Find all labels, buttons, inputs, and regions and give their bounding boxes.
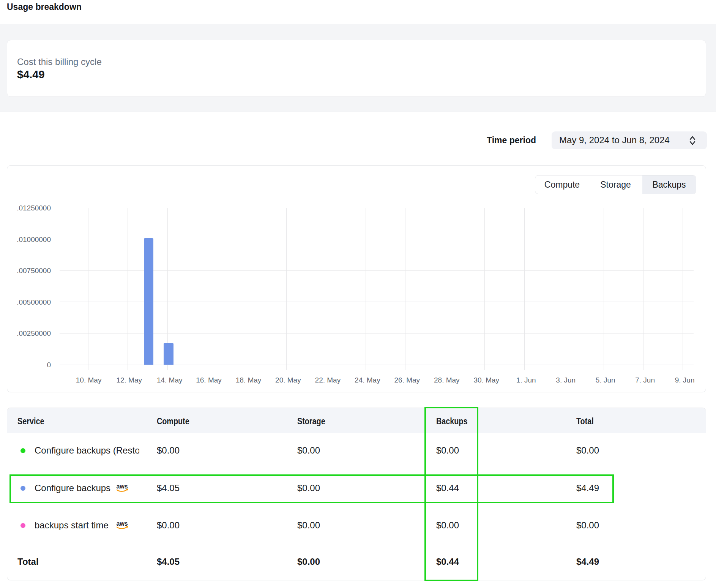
svg-text:7. Jun: 7. Jun	[635, 376, 655, 384]
svg-text:9. Jun: 9. Jun	[675, 376, 695, 384]
svg-text:.00500000: .00500000	[17, 298, 51, 306]
svg-text:24. May: 24. May	[355, 376, 380, 384]
svg-text:20. May: 20. May	[275, 376, 301, 384]
svg-text:0: 0	[47, 361, 51, 369]
svg-text:.00750000: .00750000	[17, 267, 51, 275]
svg-text:30. May: 30. May	[474, 376, 500, 384]
svg-text:.01250000: .01250000	[17, 204, 51, 212]
svg-text:.00250000: .00250000	[17, 329, 51, 337]
svg-text:16. May: 16. May	[196, 376, 222, 384]
svg-text:26. May: 26. May	[394, 376, 420, 384]
svg-text:12. May: 12. May	[116, 376, 142, 384]
svg-text:aws: aws	[117, 520, 128, 527]
svg-text:3. Jun: 3. Jun	[556, 376, 576, 384]
svg-text:.01000000: .01000000	[17, 236, 51, 243]
svg-text:10. May: 10. May	[76, 376, 102, 384]
svg-text:18. May: 18. May	[236, 376, 262, 384]
svg-text:22. May: 22. May	[315, 376, 341, 384]
svg-text:1. Jun: 1. Jun	[516, 376, 536, 384]
svg-text:5. Jun: 5. Jun	[596, 376, 615, 384]
svg-text:28. May: 28. May	[434, 376, 460, 384]
svg-text:14. May: 14. May	[157, 376, 183, 384]
